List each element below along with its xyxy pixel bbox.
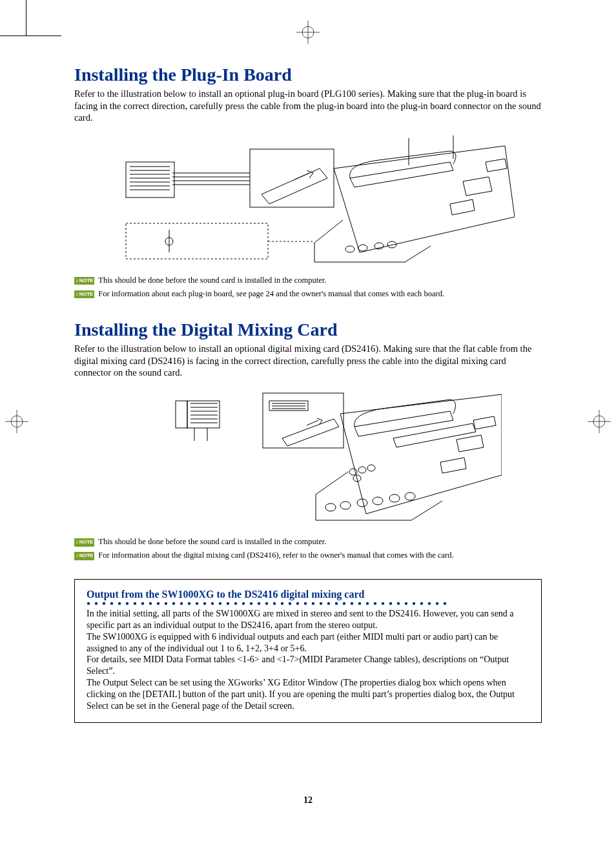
svg-point-114 <box>444 602 446 605</box>
svg-point-96 <box>304 602 307 605</box>
svg-point-103 <box>358 602 361 605</box>
svg-point-98 <box>320 602 322 605</box>
svg-point-59 <box>389 494 400 502</box>
svg-marker-66 <box>473 416 496 429</box>
svg-point-74 <box>134 602 136 605</box>
svg-marker-24 <box>350 162 453 187</box>
svg-point-108 <box>397 602 400 605</box>
crop-mark-left <box>4 409 30 434</box>
svg-point-109 <box>405 602 407 605</box>
dotted-rule <box>87 602 529 605</box>
svg-point-60 <box>405 493 415 500</box>
crop-rule-side <box>26 0 26 36</box>
svg-marker-51 <box>282 419 339 446</box>
svg-point-113 <box>436 602 438 605</box>
note-1-mixing-text: This should be done before the sound car… <box>98 536 326 547</box>
note-badge-icon: ♪ NOTE <box>74 277 94 285</box>
svg-point-95 <box>296 602 299 605</box>
svg-rect-47 <box>263 393 344 448</box>
svg-point-112 <box>428 602 431 605</box>
svg-point-55 <box>325 503 336 511</box>
svg-point-100 <box>335 602 338 605</box>
svg-point-57 <box>357 499 367 507</box>
svg-point-90 <box>258 602 260 605</box>
svg-point-71 <box>110 602 113 605</box>
note-badge-icon: ♪ NOTE <box>74 552 94 560</box>
note-badge-icon: ♪ NOTE <box>74 290 94 299</box>
info-box-body: In the initial setting, all parts of the… <box>87 608 529 712</box>
illustration-mixing-card <box>114 388 502 530</box>
svg-point-78 <box>165 602 167 605</box>
svg-rect-21 <box>250 149 334 207</box>
para-mixing-card: Refer to the illustration below to insta… <box>74 343 542 379</box>
svg-point-69 <box>95 602 98 605</box>
svg-point-101 <box>343 602 345 605</box>
svg-point-72 <box>118 602 121 605</box>
crop-rule-top <box>0 36 61 36</box>
svg-rect-37 <box>176 401 187 428</box>
svg-rect-32 <box>126 223 268 259</box>
svg-marker-29 <box>463 177 492 196</box>
svg-point-82 <box>196 602 198 605</box>
svg-point-28 <box>387 241 396 248</box>
svg-marker-65 <box>457 435 484 452</box>
svg-marker-52 <box>340 394 502 514</box>
svg-marker-54 <box>393 423 476 447</box>
crop-mark-top <box>295 19 321 45</box>
svg-marker-30 <box>486 159 507 172</box>
svg-point-87 <box>234 602 237 605</box>
svg-marker-67 <box>440 458 466 473</box>
svg-point-86 <box>227 602 229 605</box>
svg-marker-31 <box>450 199 475 215</box>
page: Installing the Plug-In Board Refer to th… <box>0 0 616 843</box>
svg-marker-22 <box>262 168 327 204</box>
note-2-plugin: ♪ NOTE For information about each plug-i… <box>74 289 542 300</box>
svg-point-75 <box>141 602 144 605</box>
svg-point-110 <box>413 602 415 605</box>
illustration-plugin-board <box>101 133 515 269</box>
svg-point-99 <box>327 602 330 605</box>
svg-point-81 <box>188 602 190 605</box>
svg-point-26 <box>358 245 367 251</box>
svg-point-94 <box>289 602 291 605</box>
svg-point-93 <box>281 602 283 605</box>
note-2-mixing-text: For information about the digital mixing… <box>98 550 453 561</box>
svg-point-92 <box>273 602 276 605</box>
svg-point-79 <box>172 602 175 605</box>
para-plugin-board: Refer to the illustration below to insta… <box>74 88 542 124</box>
svg-point-70 <box>103 602 105 605</box>
note-badge-icon: ♪ NOTE <box>74 538 94 547</box>
svg-point-56 <box>340 502 351 509</box>
svg-point-83 <box>203 602 206 605</box>
info-box-output: Output from the SW1000XG to the DS2416 d… <box>74 579 542 723</box>
crop-mark-right <box>586 409 612 434</box>
svg-point-89 <box>250 602 252 605</box>
note-1-plugin-text: This should be done before the sound car… <box>98 275 326 286</box>
svg-point-63 <box>367 465 375 471</box>
svg-point-85 <box>219 602 221 605</box>
svg-point-102 <box>351 602 353 605</box>
svg-point-91 <box>265 602 268 605</box>
svg-point-68 <box>87 602 90 605</box>
svg-point-106 <box>382 602 384 605</box>
svg-point-111 <box>420 602 423 605</box>
heading-plugin-board: Installing the Plug-In Board <box>74 65 542 85</box>
svg-point-105 <box>374 602 376 605</box>
svg-point-77 <box>157 602 159 605</box>
svg-point-58 <box>373 497 383 505</box>
svg-point-107 <box>389 602 392 605</box>
note-2-plugin-text: For information about each plug-in board… <box>98 289 444 300</box>
note-2-mixing: ♪ NOTE For information about the digital… <box>74 550 542 561</box>
heading-mixing-card: Installing the Digital Mixing Card <box>74 320 542 340</box>
page-number: 12 <box>303 795 313 806</box>
svg-point-88 <box>242 602 245 605</box>
svg-point-97 <box>312 602 314 605</box>
svg-marker-53 <box>354 411 453 436</box>
svg-point-25 <box>345 246 354 252</box>
svg-point-80 <box>180 602 183 605</box>
svg-point-104 <box>366 602 369 605</box>
svg-point-76 <box>149 602 152 605</box>
svg-point-84 <box>211 602 214 605</box>
svg-point-62 <box>358 467 366 473</box>
note-1-mixing: ♪ NOTE This should be done before the so… <box>74 536 542 547</box>
